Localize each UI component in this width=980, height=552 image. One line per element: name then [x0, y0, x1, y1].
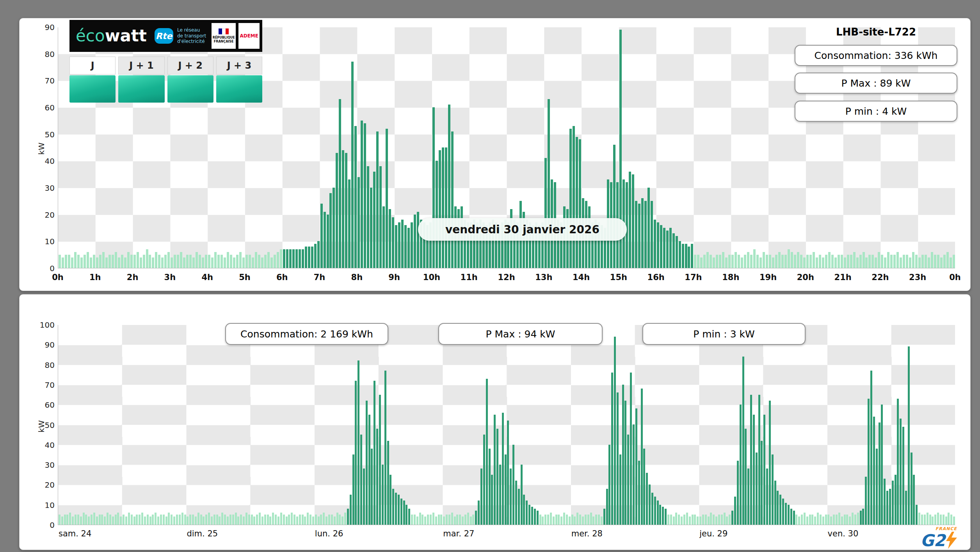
ecowatt-wordmark: écowatt: [76, 28, 147, 44]
power-bar: [243, 517, 245, 525]
hour-tick-label: 18h: [722, 273, 739, 282]
power-bar: [632, 174, 634, 268]
power-bar: [657, 501, 659, 525]
power-bar: [849, 517, 851, 525]
power-bar: [416, 517, 418, 525]
power-bar: [139, 515, 141, 525]
power-bar: [913, 475, 915, 525]
power-bar: [950, 257, 952, 268]
power-bar: [299, 249, 301, 268]
power-bar: [686, 513, 688, 525]
power-bar: [189, 515, 191, 525]
power-bar: [195, 517, 197, 525]
power-bar: [590, 513, 592, 525]
power-bar: [491, 475, 493, 525]
power-bar: [793, 511, 795, 525]
power-bar: [742, 357, 744, 525]
power-bar: [774, 481, 776, 525]
power-bar: [523, 495, 525, 525]
power-bar: [272, 513, 274, 525]
power-bar: [685, 244, 687, 268]
power-bar: [646, 473, 648, 525]
power-bar: [382, 206, 385, 268]
power-bar: [189, 255, 192, 268]
y-tick-label: 70: [45, 380, 55, 390]
power-bar: [77, 515, 79, 525]
power-bar: [737, 461, 739, 525]
power-bar: [811, 515, 813, 525]
power-bar: [734, 497, 736, 525]
y-tick-label: 20: [45, 210, 55, 220]
power-bar: [862, 509, 864, 525]
power-bar: [107, 513, 108, 525]
power-bar: [443, 517, 445, 525]
hour-tick-label: 13h: [535, 273, 552, 282]
power-bar: [336, 513, 338, 525]
power-bar: [99, 255, 101, 268]
power-bar: [574, 517, 576, 525]
power-bar: [859, 255, 862, 268]
power-bar: [719, 255, 721, 268]
power-bar: [775, 255, 777, 268]
y-tick-label: 60: [45, 103, 55, 112]
power-bar: [499, 465, 501, 525]
power-bar: [221, 513, 223, 525]
tab-day-j1[interactable]: J + 1: [118, 57, 164, 103]
gov-text: RÉPUBLIQUE FRANÇAISE: [213, 36, 235, 43]
tab-day-j3[interactable]: J + 3: [216, 57, 262, 103]
power-bar: [489, 449, 491, 525]
power-bar: [868, 399, 870, 525]
power-bar: [296, 517, 298, 525]
power-bar: [295, 249, 298, 268]
tab-day-j2[interactable]: J + 2: [167, 57, 213, 103]
power-bar: [651, 201, 653, 268]
y-tick-label: 90: [45, 340, 55, 350]
power-bar: [729, 515, 731, 525]
power-bar: [682, 244, 684, 268]
power-bar: [675, 513, 677, 525]
power-bar: [438, 515, 440, 525]
y-tick-label: 70: [45, 76, 55, 85]
power-bar: [806, 255, 809, 268]
power-bar: [261, 257, 263, 268]
power-bar: [69, 513, 71, 525]
power-bar: [585, 515, 587, 525]
power-bar: [422, 515, 423, 525]
power-bar: [269, 517, 271, 525]
power-bar: [311, 247, 313, 268]
power-bar: [277, 252, 279, 268]
power-bar: [809, 515, 811, 525]
power-bar: [744, 255, 746, 268]
power-bar: [233, 257, 235, 268]
power-bar: [865, 257, 868, 268]
power-bar: [120, 517, 122, 525]
power-bar: [389, 209, 391, 268]
power-bar: [718, 515, 720, 525]
power-bar: [255, 252, 257, 268]
power-bar: [856, 257, 859, 268]
power-bar: [168, 513, 170, 525]
power-bar: [544, 158, 547, 268]
power-bar: [814, 517, 816, 525]
power-bar: [563, 513, 565, 525]
power-bar: [897, 399, 899, 525]
power-bar: [370, 188, 372, 268]
power-bar: [184, 515, 186, 525]
power-bar: [595, 515, 597, 525]
power-bar: [347, 509, 349, 525]
power-bar: [183, 257, 185, 268]
power-bar: [872, 255, 874, 268]
power-bar: [804, 513, 806, 525]
power-bar: [606, 489, 608, 525]
hour-tick-label: 15h: [610, 273, 627, 282]
power-bar: [890, 255, 893, 268]
power-bar: [395, 225, 397, 268]
ecowatt-forecast-image: [118, 75, 164, 103]
power-bar: [309, 515, 311, 525]
power-bar: [854, 515, 856, 525]
power-bar: [828, 252, 831, 268]
tab-day-j[interactable]: J: [69, 57, 116, 103]
power-bar: [302, 515, 304, 525]
power-bar: [496, 429, 498, 525]
power-bar: [505, 454, 507, 525]
